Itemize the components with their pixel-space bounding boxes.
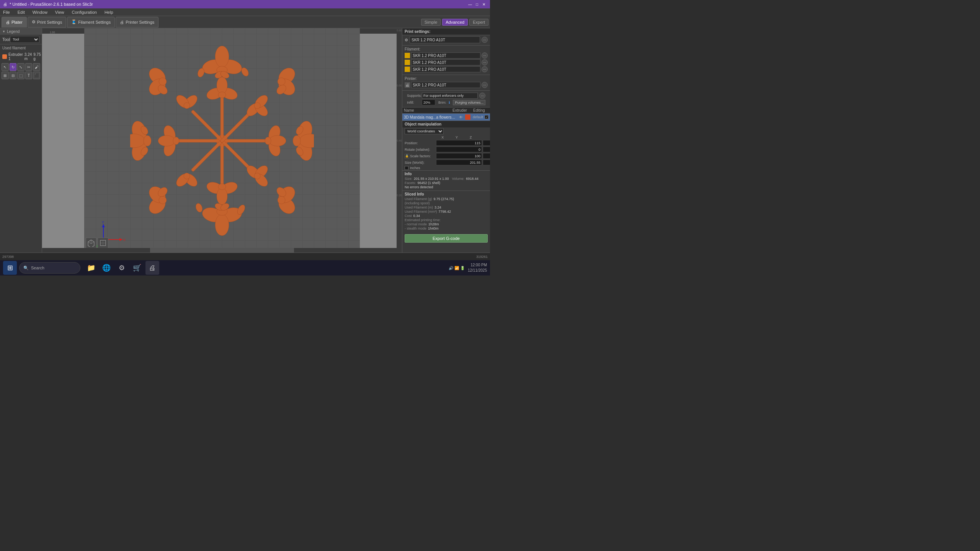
tool-text-button[interactable]: T (25, 72, 33, 79)
print-profile-input[interactable] (410, 36, 480, 43)
position-row: Position: mm (402, 140, 490, 146)
size-y-input[interactable] (483, 160, 490, 165)
filament-color-2 (405, 60, 410, 65)
position-x-input[interactable] (436, 140, 482, 146)
col-editing-header: Editing (473, 108, 488, 112)
filament-settings-label: Filament Settings (78, 20, 111, 24)
tab-filament-settings[interactable]: 🧵 Filament Settings (67, 17, 115, 28)
taskbar-app-edge[interactable]: 🌐 (100, 261, 113, 275)
object-editing-checkbox[interactable] (485, 115, 488, 119)
position-y-input[interactable] (483, 140, 490, 146)
volume-info-label: Volume: (452, 177, 465, 181)
brim-info-icon[interactable]: ℹ (449, 101, 450, 104)
menu-window[interactable]: Window (31, 9, 49, 15)
purge-button[interactable]: Purging volumes... (453, 100, 485, 105)
tool-dropdown[interactable]: Tool (10, 36, 39, 43)
taskbar-app-prusaslicer[interactable]: 🖨 (145, 261, 159, 275)
menu-view[interactable]: View (54, 9, 66, 15)
taskbar-search[interactable]: 🔍 Search (19, 262, 80, 274)
infill-input[interactable] (422, 99, 435, 105)
mode-expert-button[interactable]: Expert (469, 19, 488, 26)
errors-info-row: No errors detected (405, 185, 488, 189)
h-scrollbar[interactable] (42, 248, 402, 253)
object-list-item[interactable]: 3D Mandala mag...a flowers_1.stl 👁 defau… (402, 114, 490, 121)
tool-cut-button[interactable]: ✂ (25, 63, 33, 71)
close-button[interactable]: ✕ (481, 1, 487, 7)
used-filament-mm3-value: 7798.42 (439, 210, 451, 214)
normal-mode-value: 1h28m (428, 222, 439, 226)
h-scrollbar-thumb[interactable] (150, 248, 294, 253)
tool-select: Tool Tool (0, 35, 42, 44)
export-gcode-button[interactable]: Export G-code (405, 234, 488, 243)
filament-options-1-button[interactable]: ⋯ (482, 52, 488, 59)
filament-input-2[interactable] (411, 59, 480, 65)
filament-input-1[interactable] (411, 52, 480, 59)
coord-headers: X Y Z (402, 135, 490, 140)
tool-scale-button[interactable]: ⤡ (17, 63, 24, 71)
filament-color-1 (405, 53, 410, 58)
svg-text:X: X (123, 238, 126, 242)
tool-paint-button[interactable]: 🖌 (33, 63, 40, 71)
view-cube-perspective[interactable] (86, 238, 96, 248)
supports-input[interactable] (422, 93, 478, 99)
view-cube-ortho[interactable] (98, 238, 108, 248)
tool-more-button[interactable]: ⬛ (33, 72, 40, 79)
object-visibility-icon[interactable]: 👁 (459, 115, 463, 119)
size-x-input[interactable] (436, 160, 482, 165)
menu-file[interactable]: File (2, 9, 11, 15)
maximize-button[interactable]: □ (474, 1, 480, 7)
tab-plater[interactable]: 🖨 Plater (2, 17, 27, 28)
stealth-mode-value: 1h40m (428, 227, 439, 230)
svg-point-75 (278, 196, 285, 204)
extruder-color (2, 54, 7, 59)
mode-simple-button[interactable]: Simple (421, 19, 441, 26)
tool-seam-button[interactable]: ⊟ (10, 72, 17, 79)
tab-printer-settings[interactable]: 🖨 Printer Settings (116, 17, 158, 28)
svg-point-71 (159, 78, 167, 85)
estimated-print-time-header-row: Estimated printing time: (405, 218, 488, 222)
scale-x-input[interactable] (436, 153, 482, 159)
taskbar-app-settings[interactable]: ⚙ (115, 261, 129, 275)
rotate-y-input[interactable] (483, 147, 490, 152)
start-button[interactable]: ⊞ (3, 261, 17, 275)
tab-print-settings[interactable]: ⚙ Print Settings (28, 17, 66, 28)
taskbar-app-store[interactable]: 🛒 (130, 261, 144, 275)
supports-options-button[interactable]: ⋯ (479, 93, 485, 99)
rotate-x-input[interactable] (436, 147, 482, 152)
coord-system-select[interactable]: World coordinates Object coordinates (405, 128, 444, 134)
scale-y-input[interactable] (483, 153, 490, 159)
filament-color-3 (405, 67, 410, 72)
size-info-value: 201.55 x 210.91 x 1.00 (414, 177, 449, 181)
mode-advanced-button[interactable]: Advanced (442, 19, 468, 26)
volume-info-value: 6918.44 (466, 177, 479, 181)
svg-marker-88 (102, 224, 105, 227)
supports-infill-section: Supports: ⋯ Infill: Brim: ℹ Purging volu… (402, 91, 490, 108)
svg-point-43 (215, 46, 229, 67)
filament-options-3-button[interactable]: ⋯ (482, 66, 488, 72)
legend-arrow-icon: ▼ (2, 30, 5, 33)
tool-support-button[interactable]: ⊞ (2, 72, 9, 79)
canvas-area[interactable]: 1.00 1.00 0.80 0.60 0.40 0.20 0.00 (42, 28, 402, 253)
print-profile-options-button[interactable]: ⋯ (482, 37, 488, 43)
menu-edit[interactable]: Edit (16, 9, 26, 15)
scale-lock-button[interactable]: 🔒 (405, 154, 409, 158)
title-bar-left: 🖨 * Untitled - PrusaSlicer-2.6.1 based o… (3, 2, 93, 7)
model-svg (130, 41, 314, 240)
filament-input-3[interactable] (411, 66, 480, 72)
printer-input[interactable] (411, 82, 480, 88)
tool-rotate-button[interactable]: ↻ (10, 63, 17, 71)
including-spool-label: (including spool) (405, 201, 430, 205)
menu-configuration[interactable]: Configuration (70, 9, 98, 15)
taskbar-apps: 📁 🌐 ⚙ 🛒 🖨 (84, 261, 159, 275)
filament-row-1: ⋯ (405, 52, 488, 59)
left-sidebar: ▼ Legend Tool Tool Used filament Extrude… (0, 28, 42, 253)
minimize-button[interactable]: — (467, 1, 473, 7)
tool-fill-button[interactable]: ⬚ (17, 72, 24, 79)
menu-help[interactable]: Help (103, 9, 115, 15)
plater-label: Plater (11, 20, 23, 24)
filament-options-2-button[interactable]: ⋯ (482, 59, 488, 65)
tool-move-button[interactable]: ↖ (2, 63, 9, 71)
inches-checkbox[interactable] (405, 166, 408, 170)
taskbar-app-explorer[interactable]: 📁 (84, 261, 98, 275)
printer-options-button[interactable]: ⋯ (482, 82, 488, 88)
